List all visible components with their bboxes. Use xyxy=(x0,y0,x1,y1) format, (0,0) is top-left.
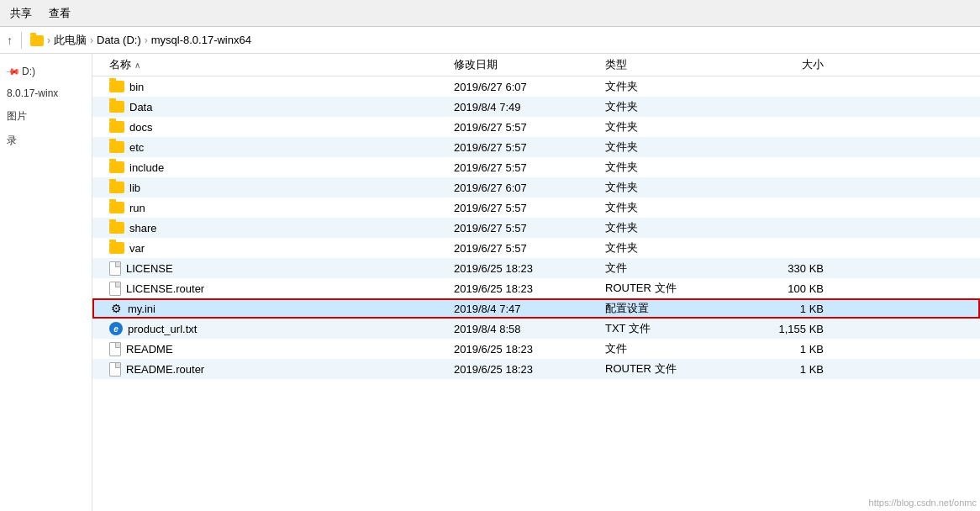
table-row[interactable]: lib 2019/6/27 6:07 文件夹 xyxy=(92,177,980,198)
table-row[interactable]: run 2019/6/27 5:57 文件夹 xyxy=(92,198,980,218)
file-name-cell: run xyxy=(92,202,454,214)
file-date: 2019/8/4 8:58 xyxy=(454,323,605,335)
sidebar-item-0[interactable]: 📌 D:) xyxy=(0,61,92,82)
file-name: product_url.txt xyxy=(128,323,197,335)
col-header-size[interactable]: 大小 xyxy=(756,57,840,72)
file-name: README.router xyxy=(126,363,204,376)
file-name-cell: README xyxy=(92,342,454,356)
file-date: 2019/6/27 5:57 xyxy=(454,202,605,214)
sidebar-label-1: 8.0.17-winx xyxy=(7,87,58,99)
table-row[interactable]: README 2019/6/25 18:23 文件 1 KB xyxy=(92,339,980,359)
file-size: 1 KB xyxy=(756,303,840,315)
file-type: ROUTER 文件 xyxy=(605,281,756,296)
file-date: 2019/8/4 7:49 xyxy=(454,101,605,113)
table-row[interactable]: share 2019/6/27 5:57 文件夹 xyxy=(92,218,980,238)
sidebar-item-2[interactable]: 图片 xyxy=(0,104,92,129)
file-name-cell: LICENSE.router xyxy=(92,282,454,296)
file-date: 2019/6/27 5:57 xyxy=(454,141,605,154)
breadcrumb-sep1: › xyxy=(47,34,50,46)
file-icon xyxy=(109,261,121,276)
file-name-cell: ⚙ my.ini xyxy=(92,302,454,315)
file-type: 文件夹 xyxy=(605,220,756,235)
folder-icon xyxy=(109,161,124,173)
file-date: 2019/6/25 18:23 xyxy=(454,282,605,295)
file-size: 100 KB xyxy=(756,282,840,295)
file-type: 文件夹 xyxy=(605,200,756,215)
breadcrumb-bar: ↑ › 此电脑 › Data (D:) › mysql-8.0.17-winx6… xyxy=(0,27,980,54)
table-row[interactable]: Data 2019/8/4 7:49 文件夹 xyxy=(92,97,980,117)
file-type: 文件夹 xyxy=(605,119,756,134)
file-name: Data xyxy=(129,101,152,113)
ie-icon: e xyxy=(109,322,123,335)
folder-icon xyxy=(109,141,124,153)
watermark: https://blog.csdn.net/onmc xyxy=(869,498,977,508)
sidebar-label-2: 图片 xyxy=(7,109,27,124)
file-size: 1 KB xyxy=(756,363,840,376)
file-type: 文件 xyxy=(605,341,756,356)
file-date: 2019/6/27 5:57 xyxy=(454,242,605,255)
file-area[interactable]: 名称 ∧ 修改日期 类型 大小 bin 2019/6/27 6:07 文件夹 D… xyxy=(92,54,980,511)
table-row[interactable]: README.router 2019/6/25 18:23 ROUTER 文件 … xyxy=(92,359,980,379)
table-row[interactable]: LICENSE 2019/6/25 18:23 文件 330 KB xyxy=(92,258,980,278)
ini-file-icon: ⚙ xyxy=(109,302,123,315)
file-type: ROUTER 文件 xyxy=(605,361,756,377)
col-header-date[interactable]: 修改日期 xyxy=(454,57,605,72)
file-date: 2019/6/27 6:07 xyxy=(454,81,605,93)
file-icon xyxy=(109,282,121,296)
file-date: 2019/6/25 18:23 xyxy=(454,343,605,356)
toolbar: 共享 查看 xyxy=(0,0,980,27)
breadcrumb-sep2: › xyxy=(90,34,93,46)
breadcrumb-item-mysql[interactable]: mysql-8.0.17-winx64 xyxy=(151,34,251,46)
file-name: README xyxy=(126,343,173,356)
table-row[interactable]: include 2019/6/27 5:57 文件夹 xyxy=(92,157,980,177)
pin-icon-0: 📌 xyxy=(4,63,20,79)
file-date: 2019/6/27 6:07 xyxy=(454,182,605,194)
file-list: bin 2019/6/27 6:07 文件夹 Data 2019/8/4 7:4… xyxy=(92,76,980,379)
file-size: 1 KB xyxy=(756,343,840,356)
file-type: 文件夹 xyxy=(605,140,756,155)
table-row[interactable]: bin 2019/6/27 6:07 文件夹 xyxy=(92,76,980,97)
file-size: 330 KB xyxy=(756,262,840,275)
file-type: 文件夹 xyxy=(605,180,756,195)
table-row[interactable]: docs 2019/6/27 5:57 文件夹 xyxy=(92,117,980,137)
table-row[interactable]: ⚙ my.ini 2019/8/4 7:47 配置设置 1 KB xyxy=(92,298,980,319)
folder-icon xyxy=(109,101,124,113)
toolbar-view[interactable]: 查看 xyxy=(49,6,71,21)
breadcrumb-folder-icon xyxy=(30,35,44,46)
file-type: 文件 xyxy=(605,261,756,276)
breadcrumb-sep3: › xyxy=(145,34,148,46)
folder-icon xyxy=(109,202,124,213)
file-name: bin xyxy=(129,81,144,93)
column-headers: 名称 ∧ 修改日期 类型 大小 xyxy=(92,54,980,76)
file-name-cell: e product_url.txt xyxy=(92,322,454,335)
file-name-cell: var xyxy=(92,242,454,255)
breadcrumb-item-pc[interactable]: 此电脑 xyxy=(54,33,87,48)
breadcrumb-item-d[interactable]: Data (D:) xyxy=(97,34,141,46)
file-name: etc xyxy=(129,141,144,154)
file-name: run xyxy=(129,202,145,214)
file-name-cell: include xyxy=(92,161,454,174)
file-type: 文件夹 xyxy=(605,79,756,94)
file-type: 配置设置 xyxy=(605,301,756,316)
file-type: 文件夹 xyxy=(605,160,756,175)
col-header-name[interactable]: 名称 ∧ xyxy=(92,57,454,72)
file-size: 1,155 KB xyxy=(756,323,840,335)
table-row[interactable]: e product_url.txt 2019/8/4 8:58 TXT 文件 1… xyxy=(92,319,980,339)
table-row[interactable]: var 2019/6/27 5:57 文件夹 xyxy=(92,238,980,258)
sidebar-item-1[interactable]: 8.0.17-winx xyxy=(0,82,92,104)
table-row[interactable]: etc 2019/6/27 5:57 文件夹 xyxy=(92,137,980,157)
file-name: LICENSE.router xyxy=(126,282,204,295)
file-name: my.ini xyxy=(128,303,155,315)
breadcrumb-back-arrow[interactable]: ↑ xyxy=(7,34,13,47)
sidebar: 📌 D:) 8.0.17-winx 图片 录 xyxy=(0,54,92,511)
folder-icon xyxy=(109,222,124,234)
file-name: lib xyxy=(129,182,140,194)
file-name-cell: Data xyxy=(92,101,454,113)
table-row[interactable]: LICENSE.router 2019/6/25 18:23 ROUTER 文件… xyxy=(92,278,980,298)
toolbar-share[interactable]: 共享 xyxy=(10,6,32,21)
file-date: 2019/6/27 5:57 xyxy=(454,222,605,234)
sidebar-item-3[interactable]: 录 xyxy=(0,129,92,153)
file-icon xyxy=(109,362,121,377)
col-header-type[interactable]: 类型 xyxy=(605,57,756,72)
file-name: docs xyxy=(129,121,152,134)
